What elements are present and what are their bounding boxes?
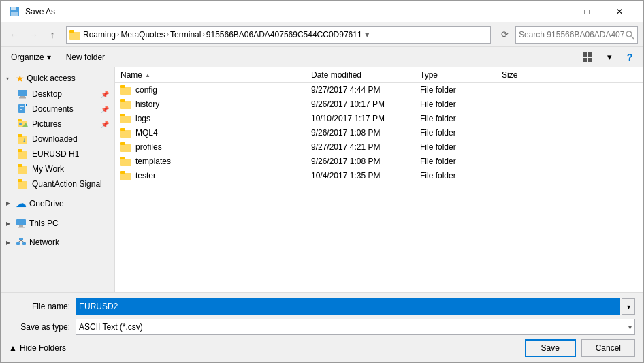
cancel-button[interactable]: Cancel xyxy=(581,339,635,357)
button-row: ▲ Hide Folders Save Cancel xyxy=(9,339,635,357)
view-button[interactable] xyxy=(578,49,597,65)
refresh-button[interactable]: ⟳ xyxy=(496,27,513,43)
onedrive-label: OneDrive xyxy=(29,199,64,208)
col-header-type[interactable]: Type xyxy=(420,70,502,80)
filetype-select[interactable]: ASCII Text (*.csv) ▾ xyxy=(76,319,635,335)
thispc-label: This PC xyxy=(29,219,59,228)
svg-rect-49 xyxy=(120,144,131,152)
save-button[interactable]: Save xyxy=(525,339,576,357)
network-icon xyxy=(16,237,27,248)
pictures-label: Pictures xyxy=(32,119,61,129)
hide-folders-button[interactable]: ▲ Hide Folders xyxy=(9,343,66,353)
onedrive-section: ▶ ☁ OneDrive xyxy=(1,194,114,212)
quick-access-label: Quick access xyxy=(27,74,75,83)
back-button[interactable]: ← xyxy=(6,27,22,43)
svg-rect-8 xyxy=(583,52,587,57)
bottom-area: File name: ▾ Save as type: ASCII Text (*… xyxy=(1,292,643,362)
breadcrumb-terminal[interactable]: Terminal xyxy=(170,30,201,40)
svg-rect-48 xyxy=(120,128,125,131)
svg-rect-45 xyxy=(120,116,131,123)
search-icon xyxy=(625,30,634,40)
svg-rect-31 xyxy=(18,181,27,189)
svg-line-39 xyxy=(18,240,22,242)
minimize-button[interactable]: ─ xyxy=(538,3,570,20)
organize-button[interactable]: Organize ▾ xyxy=(6,50,56,64)
sidebar-item-documents[interactable]: Documents 📌 xyxy=(1,101,114,116)
svg-rect-12 xyxy=(18,90,27,96)
desktop-pin-icon: 📌 xyxy=(101,91,109,98)
svg-rect-52 xyxy=(120,157,125,159)
search-input[interactable] xyxy=(519,30,625,40)
toolbar-right: ▾ ? xyxy=(578,49,638,65)
breadcrumb-hash[interactable]: 915566BA06ADA407569C544CC0D97611 xyxy=(206,30,362,40)
up-button[interactable]: ↑ xyxy=(44,27,61,43)
content-area: Name ▲ Date modified Type Size xyxy=(115,67,643,292)
filename-dropdown-button[interactable]: ▾ xyxy=(622,298,635,315)
breadcrumb-metaquotes[interactable]: MetaQuotes xyxy=(120,30,165,40)
svg-rect-11 xyxy=(588,58,592,62)
folder-icon xyxy=(120,157,131,166)
address-dropdown-button[interactable]: ▾ xyxy=(362,27,373,43)
hide-folders-label: Hide Folders xyxy=(20,343,66,353)
sidebar-item-mywork[interactable]: My Work xyxy=(1,161,114,176)
sidebar-item-downloaded[interactable]: ↓ Downloaded xyxy=(1,131,114,146)
address-bar: Roaming › MetaQuotes › Terminal › 915566… xyxy=(66,26,491,44)
folder-icon xyxy=(120,85,131,95)
new-folder-button[interactable]: New folder xyxy=(61,50,110,64)
save-as-dialog: Save As ─ □ ✕ ← → ↑ Roaming › MetaQuotes… xyxy=(0,0,644,363)
svg-rect-19 xyxy=(26,104,27,106)
quick-access-header[interactable]: ▾ ★ Quick access xyxy=(1,70,114,86)
table-row[interactable]: tester 10/4/2017 1:35 PM File folder xyxy=(115,169,643,183)
table-row[interactable]: MQL4 9/26/2017 1:08 PM File folder xyxy=(115,126,643,140)
col-header-date[interactable]: Date modified xyxy=(311,70,420,80)
onedrive-item[interactable]: ▶ ☁ OneDrive xyxy=(1,194,114,212)
close-button[interactable]: ✕ xyxy=(604,3,635,20)
help-button[interactable]: ? xyxy=(622,49,638,65)
view-dropdown-button[interactable]: ▾ xyxy=(600,49,619,65)
svg-line-7 xyxy=(632,36,634,39)
filename-row: File name: ▾ xyxy=(9,298,635,315)
table-row[interactable]: profiles 9/27/2017 4:21 PM File folder xyxy=(115,140,643,155)
table-row[interactable]: logs 10/10/2017 1:17 PM File folder xyxy=(115,112,643,126)
sidebar-item-quantaction[interactable]: QuantAction Signal xyxy=(1,176,114,191)
table-row[interactable]: templates 9/26/2017 1:08 PM File folder xyxy=(115,155,643,169)
quick-access-star-icon: ★ xyxy=(16,73,25,84)
network-item[interactable]: ▶ Network xyxy=(1,234,114,251)
svg-rect-33 xyxy=(16,219,26,225)
maximize-button[interactable]: □ xyxy=(571,3,602,20)
sidebar-item-desktop[interactable]: Desktop 📌 xyxy=(1,86,114,101)
sidebar-item-pictures[interactable]: Pictures 📌 xyxy=(1,116,114,131)
svg-rect-43 xyxy=(120,101,131,109)
svg-rect-15 xyxy=(18,104,25,113)
folder-icon xyxy=(120,171,131,180)
svg-rect-16 xyxy=(20,106,24,107)
documents-label: Documents xyxy=(32,104,74,114)
col-header-name[interactable]: Name ▲ xyxy=(120,70,311,80)
thispc-item[interactable]: ▶ This PC xyxy=(1,215,114,232)
file-name-config: config xyxy=(120,85,311,95)
forward-button[interactable]: → xyxy=(25,27,42,43)
table-row[interactable]: config 9/27/2017 4:44 PM File folder xyxy=(115,83,643,97)
quick-access-chevron: ▾ xyxy=(6,76,14,82)
svg-rect-37 xyxy=(16,242,20,245)
sidebar-item-eurusd[interactable]: EURUSD H1 xyxy=(1,146,114,161)
svg-rect-14 xyxy=(19,97,26,99)
organize-toolbar: Organize ▾ New folder ▾ ? xyxy=(1,47,643,67)
documents-pin-icon: 📌 xyxy=(101,106,109,113)
nav-toolbar: ← → ↑ Roaming › MetaQuotes › Terminal › … xyxy=(1,22,643,47)
col-header-size[interactable]: Size xyxy=(502,70,556,80)
svg-rect-1 xyxy=(11,7,16,10)
svg-text:↓: ↓ xyxy=(22,137,25,143)
network-label: Network xyxy=(29,238,59,247)
table-row[interactable]: history 9/26/2017 10:17 PM File folder xyxy=(115,97,643,112)
filename-input[interactable] xyxy=(76,298,620,315)
svg-rect-28 xyxy=(18,149,22,152)
quantaction-label: QuantAction Signal xyxy=(32,179,102,189)
main-area: ▾ ★ Quick access Desktop 📌 xyxy=(1,67,643,292)
svg-point-6 xyxy=(626,31,632,37)
svg-rect-27 xyxy=(18,151,27,159)
filetype-row: Save as type: ASCII Text (*.csv) ▾ xyxy=(9,319,635,335)
breadcrumb-roaming[interactable]: Roaming xyxy=(83,30,116,40)
svg-rect-46 xyxy=(120,114,125,116)
file-name-mql4: MQL4 xyxy=(120,128,311,138)
